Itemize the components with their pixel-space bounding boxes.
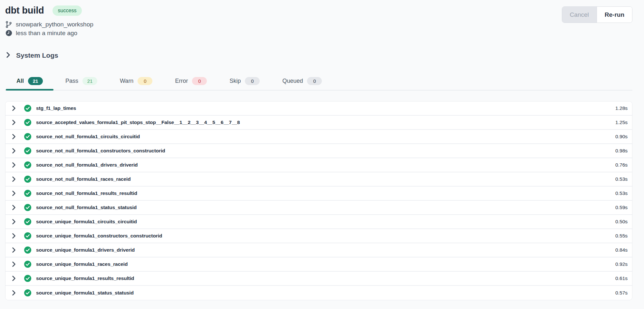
rerun-button[interactable]: Re-run — [597, 7, 632, 23]
result-duration: 0.90s — [615, 134, 628, 140]
tab-label: Queued — [282, 78, 303, 84]
chevron-right-icon[interactable] — [11, 233, 17, 239]
git-branch-icon — [5, 21, 12, 28]
check-circle-icon — [24, 190, 31, 197]
chevron-right-icon[interactable] — [11, 105, 17, 111]
result-row[interactable]: source_not_null_formula1_circuits_circui… — [5, 130, 632, 144]
branch-row: snowpark_python_workshop — [5, 20, 93, 29]
result-name: source_not_null_formula1_constructors_co… — [36, 148, 165, 154]
result-name: source_not_null_formula1_circuits_circui… — [36, 134, 140, 140]
tab-error[interactable]: Error 0 — [164, 73, 218, 90]
chevron-right-icon — [5, 52, 11, 59]
check-circle-icon — [24, 161, 31, 169]
tab-label: All — [16, 78, 24, 84]
tab-queued[interactable]: Queued 0 — [271, 73, 333, 90]
result-duration: 0.92s — [615, 261, 628, 267]
result-name: stg_f1_lap_times — [36, 105, 76, 111]
tab-count-badge: 0 — [307, 77, 322, 85]
check-circle-icon — [24, 204, 31, 211]
system-logs-label: System Logs — [16, 52, 58, 59]
check-circle-icon — [24, 147, 31, 154]
title-row: dbt build success — [5, 5, 93, 16]
result-row[interactable]: source_unique_formula1_constructors_cons… — [5, 229, 632, 243]
check-circle-icon — [24, 289, 31, 296]
result-row[interactable]: stg_f1_lap_times 1.28s — [5, 101, 632, 116]
status-badge: success — [53, 5, 82, 16]
result-row[interactable]: source_not_null_formula1_drivers_driveri… — [5, 158, 632, 172]
result-name: source_not_null_formula1_status_statusid — [36, 205, 137, 210]
chevron-right-icon[interactable] — [11, 261, 17, 267]
result-duration: 0.53s — [615, 176, 628, 182]
clock-icon — [5, 30, 12, 36]
chevron-right-icon[interactable] — [11, 148, 17, 154]
run-header: dbt build success snowpark_python_wo — [5, 5, 632, 37]
tab-count-badge: 0 — [192, 77, 207, 85]
tab-count-badge: 21 — [28, 77, 43, 85]
run-actions: Cancel Re-run — [562, 6, 632, 23]
result-duration: 0.57s — [615, 290, 628, 296]
chevron-right-icon[interactable] — [11, 247, 17, 253]
results-list: stg_f1_lap_times 1.28s source_accepted_v… — [5, 101, 632, 300]
result-row[interactable]: source_not_null_formula1_races_raceid 0.… — [5, 172, 632, 187]
result-name: source_unique_formula1_constructors_cons… — [36, 233, 162, 239]
chevron-right-icon[interactable] — [11, 162, 17, 168]
chevron-right-icon[interactable] — [11, 290, 17, 296]
result-duration: 0.53s — [615, 190, 628, 196]
check-circle-icon — [24, 261, 31, 268]
check-circle-icon — [24, 133, 31, 140]
result-row[interactable]: source_unique_formula1_drivers_driverid … — [5, 243, 632, 257]
chevron-right-icon[interactable] — [11, 205, 17, 210]
result-duration: 0.98s — [615, 148, 628, 154]
chevron-right-icon[interactable] — [11, 176, 17, 182]
chevron-right-icon[interactable] — [11, 134, 17, 140]
tab-skip[interactable]: Skip 0 — [218, 73, 271, 90]
result-name: source_unique_formula1_drivers_driverid — [36, 247, 135, 253]
result-duration: 0.50s — [615, 219, 628, 225]
run-meta: snowpark_python_workshop less than a min… — [5, 20, 93, 37]
check-circle-icon — [24, 176, 31, 183]
cancel-button[interactable]: Cancel — [562, 7, 597, 23]
result-duration: 1.28s — [615, 105, 628, 111]
tab-label: Skip — [229, 78, 241, 84]
result-row[interactable]: source_unique_formula1_races_raceid 0.92… — [5, 257, 632, 272]
result-name: source_not_null_formula1_drivers_driveri… — [36, 162, 138, 168]
check-circle-icon — [24, 275, 31, 282]
result-duration: 0.55s — [615, 233, 628, 239]
run-detail-page: dbt build success snowpark_python_wo — [0, 0, 644, 300]
result-name: source_unique_formula1_circuits_circuiti… — [36, 219, 137, 225]
result-row[interactable]: source_unique_formula1_status_statusid 0… — [5, 286, 632, 300]
result-row[interactable]: source_not_null_formula1_status_statusid… — [5, 201, 632, 215]
tab-warn[interactable]: Warn 0 — [109, 73, 164, 90]
result-name: source_not_null_formula1_results_resulti… — [36, 190, 137, 196]
result-duration: 1.25s — [615, 120, 628, 125]
chevron-right-icon[interactable] — [11, 190, 17, 196]
check-circle-icon — [24, 105, 31, 112]
result-name: source_not_null_formula1_races_raceid — [36, 176, 131, 182]
result-name: source_unique_formula1_results_resultid — [36, 275, 134, 281]
time-ago: less than a minute ago — [16, 29, 77, 37]
system-logs-toggle[interactable]: System Logs — [5, 52, 632, 59]
result-duration: 0.59s — [615, 205, 628, 210]
tab-count-badge: 0 — [245, 77, 260, 85]
result-duration: 0.76s — [615, 162, 628, 168]
results-tab-bar: All 21 Pass 21 Warn 0 Error 0 Skip 0 Que… — [5, 73, 632, 91]
check-circle-icon — [24, 246, 31, 254]
result-row[interactable]: source_not_null_formula1_results_resulti… — [5, 187, 632, 201]
chevron-right-icon[interactable] — [11, 120, 17, 125]
result-row[interactable]: source_accepted_values_formula1_pit_stop… — [5, 116, 632, 130]
result-row[interactable]: source_unique_formula1_results_resultid … — [5, 272, 632, 286]
time-row: less than a minute ago — [5, 29, 93, 37]
tab-count-badge: 21 — [82, 77, 97, 85]
tab-count-badge: 0 — [138, 77, 152, 85]
result-duration: 0.61s — [615, 275, 628, 281]
run-header-left: dbt build success snowpark_python_wo — [5, 5, 93, 37]
result-name: source_accepted_values_formula1_pit_stop… — [36, 120, 240, 125]
result-row[interactable]: source_not_null_formula1_constructors_co… — [5, 144, 632, 158]
check-circle-icon — [24, 119, 31, 126]
chevron-right-icon[interactable] — [11, 219, 17, 225]
chevron-right-icon[interactable] — [11, 275, 17, 281]
tab-pass[interactable]: Pass 21 — [54, 73, 109, 90]
result-row[interactable]: source_unique_formula1_circuits_circuiti… — [5, 215, 632, 229]
tab-label: Pass — [65, 78, 78, 84]
tab-all[interactable]: All 21 — [5, 73, 54, 90]
